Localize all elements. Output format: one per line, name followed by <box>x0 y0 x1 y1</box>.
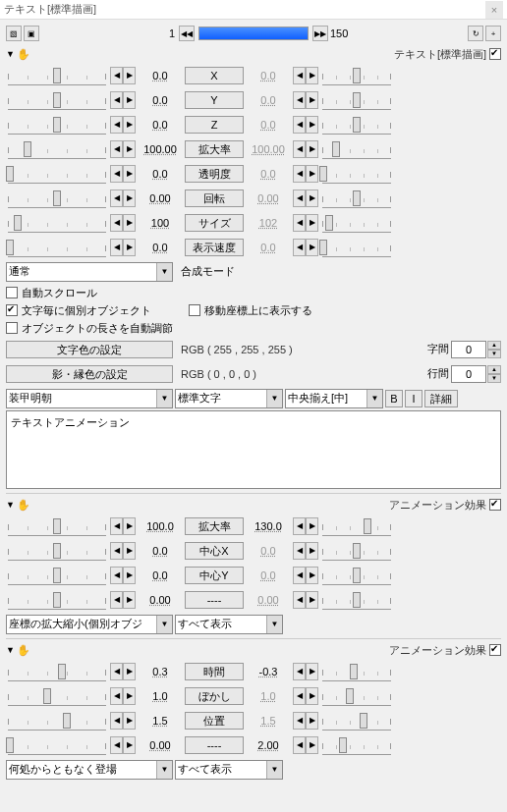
stepper[interactable]: ◀▶ <box>110 91 136 109</box>
seek-end-icon[interactable]: ▶▶ <box>312 26 328 41</box>
shadow-color-button[interactable]: 影・縁色の設定 <box>6 365 173 383</box>
param-slider[interactable] <box>322 686 391 706</box>
add-icon[interactable]: + <box>485 26 501 41</box>
align-combo[interactable]: 中央揃え[中]▼ <box>285 389 383 408</box>
stepper[interactable]: ◀▶ <box>293 567 318 584</box>
param-slider[interactable] <box>322 66 391 85</box>
param-value-left[interactable]: 0.00 <box>138 739 183 751</box>
stepper[interactable]: ◀▶ <box>110 214 136 232</box>
show-combo-2[interactable]: すべて表示▼ <box>175 615 283 634</box>
timeline-slider[interactable] <box>198 27 309 40</box>
param-value-left[interactable]: 0.0 <box>138 70 183 81</box>
param-value-right[interactable]: 130.0 <box>246 520 291 532</box>
chk-auto-len[interactable] <box>6 322 18 334</box>
param-slider[interactable] <box>322 516 391 536</box>
param-value-left[interactable]: 1.0 <box>138 690 183 702</box>
stepper[interactable]: ◀▶ <box>110 140 136 158</box>
param-slider[interactable] <box>322 662 391 681</box>
stepper[interactable]: ◀▶ <box>293 687 318 705</box>
stepper[interactable]: ◀▶ <box>293 591 318 609</box>
param-value-left[interactable]: 100.0 <box>138 520 183 532</box>
line-spinner[interactable]: ▲▼ <box>451 365 501 383</box>
param-value-left[interactable]: 0.00 <box>138 192 183 204</box>
effect-combo-3[interactable]: 何処からともなく登場▼ <box>6 760 173 780</box>
param-slider[interactable] <box>8 711 106 731</box>
param-slider[interactable] <box>8 686 106 706</box>
param-value-left[interactable]: 0.0 <box>138 569 183 581</box>
text-color-button[interactable]: 文字色の設定 <box>6 341 173 358</box>
stepper[interactable]: ◀▶ <box>293 663 318 680</box>
section-2-header[interactable]: ▼ ✋ アニメーション効果 <box>6 496 501 514</box>
chk-on-move[interactable] <box>189 304 200 316</box>
param-value-left[interactable]: 1.5 <box>138 715 183 727</box>
param-slider[interactable] <box>322 590 391 610</box>
stepper[interactable]: ◀▶ <box>110 517 136 535</box>
show-combo-3[interactable]: すべて表示▼ <box>175 760 283 780</box>
frame-end[interactable]: 150 <box>330 27 356 39</box>
param-name-button[interactable]: 中心X <box>185 542 244 560</box>
stepper[interactable]: ◀▶ <box>293 140 318 158</box>
param-name-button[interactable]: 時間 <box>185 663 244 680</box>
param-value-right[interactable]: 0.0 <box>246 119 291 131</box>
param-value-right[interactable]: 0.0 <box>246 94 291 106</box>
stepper[interactable]: ◀▶ <box>110 239 136 256</box>
param-slider[interactable] <box>322 139 391 159</box>
param-slider[interactable] <box>322 189 391 208</box>
seek-start-icon[interactable]: ◀◀ <box>179 26 195 41</box>
section-2-enable[interactable] <box>489 499 501 511</box>
param-value-right[interactable]: 0.0 <box>246 545 291 557</box>
chk-auto-scroll[interactable] <box>6 287 18 298</box>
param-slider[interactable] <box>322 90 391 110</box>
param-slider[interactable] <box>8 115 106 135</box>
param-name-button[interactable]: ---- <box>185 736 244 754</box>
stepper[interactable]: ◀▶ <box>293 116 318 134</box>
stepper[interactable]: ◀▶ <box>293 67 318 84</box>
stepper[interactable]: ◀▶ <box>110 165 136 183</box>
param-value-left[interactable]: 0.0 <box>138 242 183 253</box>
param-slider[interactable] <box>322 164 391 184</box>
param-value-left[interactable]: 0.00 <box>138 594 183 606</box>
param-slider[interactable] <box>322 711 391 731</box>
param-slider[interactable] <box>8 662 106 681</box>
stepper[interactable]: ◀▶ <box>293 214 318 232</box>
param-name-button[interactable]: X <box>185 67 244 84</box>
param-name-button[interactable]: 透明度 <box>185 165 244 183</box>
param-slider[interactable] <box>322 115 391 135</box>
param-value-right[interactable]: -0.3 <box>246 666 291 677</box>
param-value-right[interactable]: 0.0 <box>246 70 291 81</box>
param-name-button[interactable]: ---- <box>185 591 244 609</box>
chk-per-char[interactable] <box>6 304 18 316</box>
param-value-left[interactable]: 0.0 <box>138 119 183 131</box>
refresh-icon[interactable]: ↻ <box>468 26 483 41</box>
blend-mode-combo[interactable]: 通常▼ <box>6 262 173 282</box>
param-name-button[interactable]: 回転 <box>185 189 244 207</box>
param-name-button[interactable]: 拡大率 <box>185 517 244 535</box>
param-slider[interactable] <box>8 189 106 208</box>
param-slider[interactable] <box>322 541 391 561</box>
section-3-enable[interactable] <box>489 644 501 656</box>
stepper[interactable]: ◀▶ <box>293 517 318 535</box>
italic-button[interactable]: I <box>405 390 422 407</box>
param-value-right[interactable]: 1.5 <box>246 715 291 727</box>
param-value-left[interactable]: 0.0 <box>138 545 183 557</box>
detail-button[interactable]: 詳細 <box>424 390 458 407</box>
param-name-button[interactable]: ぼかし <box>185 687 244 705</box>
param-value-right[interactable]: 0.0 <box>246 168 291 180</box>
param-name-button[interactable]: Z <box>185 116 244 134</box>
param-value-right[interactable]: 2.00 <box>246 739 291 751</box>
param-slider[interactable] <box>8 735 106 755</box>
param-slider[interactable] <box>8 139 106 159</box>
param-value-right[interactable]: 0.00 <box>246 594 291 606</box>
stepper[interactable]: ◀▶ <box>110 663 136 680</box>
stepper[interactable]: ◀▶ <box>110 567 136 584</box>
param-slider[interactable] <box>322 213 391 233</box>
param-value-right[interactable]: 0.0 <box>246 242 291 253</box>
param-slider[interactable] <box>8 590 106 610</box>
param-value-right[interactable]: 102 <box>246 217 291 229</box>
param-slider[interactable] <box>8 164 106 184</box>
param-value-right[interactable]: 0.0 <box>246 569 291 581</box>
stepper[interactable]: ◀▶ <box>293 165 318 183</box>
bold-button[interactable]: B <box>385 390 403 407</box>
section-1-enable[interactable] <box>489 48 501 60</box>
stepper[interactable]: ◀▶ <box>110 189 136 207</box>
